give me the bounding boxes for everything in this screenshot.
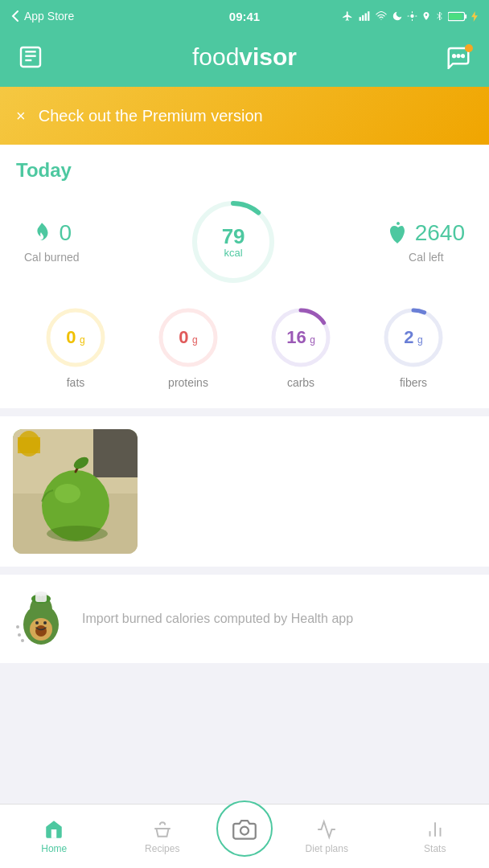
cal-left-label: Cal left	[409, 251, 444, 264]
status-left: App Store	[11, 10, 74, 23]
chat-button[interactable]	[441, 39, 476, 75]
app-logo: foodvisor	[192, 43, 297, 71]
svg-rect-3	[368, 11, 369, 21]
fibers-label: fibers	[400, 376, 427, 389]
svg-point-12	[453, 55, 455, 57]
avocado-mascot	[13, 591, 69, 647]
food-photo-card[interactable]	[13, 429, 138, 554]
airplane-icon	[341, 10, 354, 22]
kcal-circle-widget: 79 kcal	[189, 198, 277, 286]
carbs-value: 16	[286, 327, 306, 347]
carbs-unit: g	[310, 334, 315, 346]
carbs-widget: 16 g carbs	[269, 305, 333, 389]
logo-second: visor	[239, 43, 297, 70]
fats-value: 0	[66, 327, 76, 347]
nav-stats-label: Stats	[424, 843, 446, 854]
moon-icon	[392, 10, 403, 22]
proteins-circle: 0 g	[156, 305, 220, 370]
heartbeat-icon	[316, 819, 337, 840]
nav-home-label: Home	[41, 843, 67, 854]
fats-circle: 0 g	[43, 305, 108, 370]
svg-point-32	[47, 526, 108, 542]
svg-point-48	[240, 826, 249, 834]
cal-left-value: 2640	[415, 220, 465, 246]
kcal-value: 79	[222, 226, 245, 247]
nav-stats[interactable]: Stats	[381, 819, 490, 854]
today-section: Today 0 Cal burned 79 kcal	[0, 145, 489, 408]
logo-first: food	[192, 43, 239, 70]
notification-dot	[465, 44, 473, 52]
status-bar: App Store 09:41	[0, 0, 489, 32]
nav-recipes-label: Recipes	[145, 843, 179, 854]
proteins-widget: 0 g proteins	[156, 305, 220, 389]
svg-point-46	[21, 639, 24, 642]
svg-rect-2	[365, 14, 367, 21]
proteins-unit: g	[192, 334, 198, 346]
svg-rect-0	[360, 17, 361, 21]
fibers-value: 2	[404, 327, 413, 347]
bowl-icon	[152, 819, 173, 840]
status-icons	[341, 10, 478, 22]
app-header: foodvisor	[0, 32, 489, 87]
fats-label: fats	[67, 376, 85, 389]
nav-diet-plans[interactable]: Diet plans	[273, 819, 381, 854]
import-section[interactable]: Import burned calories computed by Healt…	[0, 575, 489, 663]
svg-rect-1	[362, 15, 364, 21]
fats-unit: g	[80, 334, 85, 346]
kcal-unit: kcal	[222, 247, 245, 259]
newspaper-button[interactable]	[13, 39, 48, 75]
barchart-icon	[425, 819, 446, 840]
cal-left-widget: 2640 Cal left	[388, 220, 465, 264]
avocado-icon	[13, 591, 69, 647]
svg-point-31	[55, 484, 80, 503]
svg-point-42	[35, 592, 47, 596]
status-time: 09:41	[229, 10, 260, 23]
today-label: Today	[16, 159, 473, 182]
charging-icon	[471, 11, 478, 22]
svg-point-39	[43, 621, 47, 624]
flame-icon	[31, 221, 52, 245]
premium-text: Check out the Premium version	[39, 107, 263, 125]
cal-burned-widget: 0 Cal burned	[24, 220, 80, 264]
svg-rect-29	[18, 437, 40, 453]
svg-rect-7	[449, 13, 462, 19]
calories-row: 0 Cal burned 79 kcal	[16, 198, 473, 286]
camera-icon	[232, 817, 257, 840]
apple-icon	[388, 222, 409, 244]
carbs-label: carbs	[287, 376, 314, 389]
fats-widget: 0 g fats	[43, 305, 108, 389]
macros-row: 0 g fats 0 g proteins	[16, 305, 473, 389]
svg-point-45	[18, 633, 21, 637]
svg-point-4	[410, 14, 413, 18]
newspaper-icon	[18, 44, 43, 70]
fibers-widget: 2 g fibers	[381, 305, 446, 389]
nav-camera-button[interactable]	[216, 800, 273, 857]
svg-point-47	[16, 625, 19, 628]
cal-burned-label: Cal burned	[24, 251, 80, 264]
bottom-nav: Home Recipes Diet plans Stats	[0, 804, 489, 868]
food-photo-section	[0, 416, 489, 567]
svg-point-13	[458, 55, 460, 57]
signal-icon	[358, 10, 371, 22]
fibers-circle: 2 g	[381, 305, 446, 370]
svg-point-37	[35, 625, 47, 637]
nav-recipes[interactable]: Recipes	[109, 819, 217, 854]
carrier-label: App Store	[24, 10, 74, 23]
nav-home[interactable]: Home	[0, 819, 109, 854]
kcal-circle: 79 kcal	[189, 198, 277, 286]
home-icon	[43, 819, 64, 840]
svg-rect-6	[465, 14, 466, 18]
svg-rect-27	[93, 429, 138, 477]
lock-icon	[407, 10, 417, 22]
import-text: Import burned calories computed by Healt…	[82, 610, 353, 628]
premium-banner[interactable]: × Check out the Premium version	[0, 87, 489, 145]
battery-icon	[448, 11, 467, 22]
wifi-icon	[375, 10, 388, 22]
proteins-label: proteins	[168, 376, 208, 389]
svg-rect-8	[21, 47, 40, 67]
svg-point-38	[35, 621, 39, 624]
apple-photo-svg	[13, 429, 138, 554]
svg-point-14	[462, 55, 464, 57]
premium-close-button[interactable]: ×	[16, 107, 26, 125]
carbs-circle: 16 g	[269, 305, 333, 370]
